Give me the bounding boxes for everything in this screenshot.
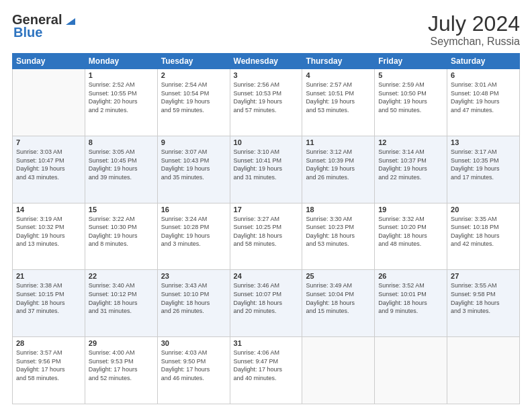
day-number: 24 [234, 272, 299, 280]
day-number: 26 [378, 272, 443, 280]
calendar-header-row: Sunday Monday Tuesday Wednesday Thursday… [13, 54, 520, 69]
calendar-cell: 26Sunrise: 3:52 AM Sunset: 10:01 PM Dayl… [375, 270, 447, 337]
day-number: 18 [306, 205, 371, 214]
day-info: Sunrise: 4:06 AM Sunset: 9:47 PM Dayligh… [234, 349, 299, 382]
header-saturday: Saturday [447, 54, 520, 69]
day-info: Sunrise: 3:05 AM Sunset: 10:45 PM Daylig… [89, 148, 154, 181]
calendar-cell: 24Sunrise: 3:46 AM Sunset: 10:07 PM Dayl… [230, 270, 302, 337]
header-wednesday: Wednesday [230, 54, 302, 69]
header: General Blue July 2024 Seymchan, Russia [12, 12, 520, 48]
calendar-cell: 30Sunrise: 4:03 AM Sunset: 9:50 PM Dayli… [157, 337, 230, 404]
calendar-cell: 31Sunrise: 4:06 AM Sunset: 9:47 PM Dayli… [230, 337, 302, 404]
day-info: Sunrise: 3:46 AM Sunset: 10:07 PM Daylig… [234, 281, 299, 315]
day-info: Sunrise: 3:30 AM Sunset: 10:23 PM Daylig… [306, 215, 371, 248]
day-number: 5 [378, 71, 443, 79]
calendar-cell: 12Sunrise: 3:14 AM Sunset: 10:37 PM Dayl… [375, 136, 447, 203]
calendar-cell [375, 337, 447, 404]
header-sunday: Sunday [13, 54, 85, 69]
day-number: 25 [306, 272, 371, 280]
day-info: Sunrise: 4:00 AM Sunset: 9:53 PM Dayligh… [89, 349, 154, 382]
logo-icon [63, 13, 78, 28]
calendar-cell: 5Sunrise: 2:59 AM Sunset: 10:50 PM Dayli… [375, 69, 447, 136]
day-info: Sunrise: 3:55 AM Sunset: 9:58 PM Dayligh… [451, 281, 516, 315]
day-number: 13 [451, 138, 516, 146]
calendar-week-row: 1Sunrise: 2:52 AM Sunset: 10:55 PM Dayli… [13, 69, 520, 136]
calendar-cell: 25Sunrise: 3:49 AM Sunset: 10:04 PM Dayl… [302, 270, 375, 337]
day-number: 11 [306, 138, 371, 146]
day-number: 9 [161, 138, 226, 146]
day-number: 29 [89, 339, 154, 347]
calendar-subtitle: Seymchan, Russia [428, 36, 520, 48]
day-info: Sunrise: 3:19 AM Sunset: 10:32 PM Daylig… [16, 215, 81, 248]
calendar-cell: 4Sunrise: 2:57 AM Sunset: 10:51 PM Dayli… [302, 69, 375, 136]
day-info: Sunrise: 3:40 AM Sunset: 10:12 PM Daylig… [89, 281, 154, 315]
page: General Blue July 2024 Seymchan, Russia … [0, 0, 532, 411]
calendar-cell: 1Sunrise: 2:52 AM Sunset: 10:55 PM Dayli… [85, 69, 157, 136]
day-number: 12 [378, 138, 443, 146]
svg-marker-0 [66, 18, 75, 25]
day-number: 3 [234, 71, 299, 79]
calendar-cell: 19Sunrise: 3:32 AM Sunset: 10:20 PM Dayl… [375, 203, 447, 270]
header-friday: Friday [375, 54, 447, 69]
day-info: Sunrise: 3:12 AM Sunset: 10:39 PM Daylig… [306, 148, 371, 181]
header-tuesday: Tuesday [157, 54, 230, 69]
day-info: Sunrise: 3:38 AM Sunset: 10:15 PM Daylig… [16, 281, 81, 315]
day-info: Sunrise: 2:57 AM Sunset: 10:51 PM Daylig… [306, 81, 371, 114]
day-info: Sunrise: 3:35 AM Sunset: 10:18 PM Daylig… [451, 215, 516, 248]
calendar-cell: 22Sunrise: 3:40 AM Sunset: 10:12 PM Dayl… [85, 270, 157, 337]
calendar-cell: 6Sunrise: 3:01 AM Sunset: 10:48 PM Dayli… [447, 69, 520, 136]
day-info: Sunrise: 2:54 AM Sunset: 10:54 PM Daylig… [161, 81, 226, 114]
day-info: Sunrise: 4:03 AM Sunset: 9:50 PM Dayligh… [161, 349, 226, 382]
calendar-cell [447, 337, 520, 404]
calendar-cell: 13Sunrise: 3:17 AM Sunset: 10:35 PM Dayl… [447, 136, 520, 203]
calendar-week-row: 14Sunrise: 3:19 AM Sunset: 10:32 PM Dayl… [13, 203, 520, 270]
calendar-cell: 3Sunrise: 2:56 AM Sunset: 10:53 PM Dayli… [230, 69, 302, 136]
calendar-cell: 21Sunrise: 3:38 AM Sunset: 10:15 PM Dayl… [13, 270, 85, 337]
calendar-cell: 7Sunrise: 3:03 AM Sunset: 10:47 PM Dayli… [13, 136, 85, 203]
day-info: Sunrise: 3:07 AM Sunset: 10:43 PM Daylig… [161, 148, 226, 181]
day-number: 2 [161, 71, 226, 79]
day-number: 20 [451, 205, 516, 214]
day-info: Sunrise: 3:49 AM Sunset: 10:04 PM Daylig… [306, 281, 371, 315]
calendar-week-row: 21Sunrise: 3:38 AM Sunset: 10:15 PM Dayl… [13, 270, 520, 337]
day-number: 4 [306, 71, 371, 79]
day-number: 6 [451, 71, 516, 79]
logo: General Blue [12, 12, 78, 40]
day-info: Sunrise: 3:03 AM Sunset: 10:47 PM Daylig… [16, 148, 81, 181]
title-section: July 2024 Seymchan, Russia [428, 12, 520, 48]
day-number: 23 [161, 272, 226, 280]
day-info: Sunrise: 3:32 AM Sunset: 10:20 PM Daylig… [378, 215, 443, 248]
day-info: Sunrise: 3:17 AM Sunset: 10:35 PM Daylig… [451, 148, 516, 181]
day-number: 1 [89, 71, 154, 79]
day-info: Sunrise: 3:14 AM Sunset: 10:37 PM Daylig… [378, 148, 443, 181]
day-info: Sunrise: 3:43 AM Sunset: 10:10 PM Daylig… [161, 281, 226, 315]
calendar-cell: 17Sunrise: 3:27 AM Sunset: 10:25 PM Dayl… [230, 203, 302, 270]
calendar-title: July 2024 [428, 12, 520, 36]
day-info: Sunrise: 3:52 AM Sunset: 10:01 PM Daylig… [378, 281, 443, 315]
day-number: 16 [161, 205, 226, 214]
day-number: 19 [378, 205, 443, 214]
day-number: 22 [89, 272, 154, 280]
calendar-table: Sunday Monday Tuesday Wednesday Thursday… [12, 53, 520, 404]
day-info: Sunrise: 3:10 AM Sunset: 10:41 PM Daylig… [234, 148, 299, 181]
day-number: 27 [451, 272, 516, 280]
day-info: Sunrise: 2:56 AM Sunset: 10:53 PM Daylig… [234, 81, 299, 114]
day-info: Sunrise: 3:27 AM Sunset: 10:25 PM Daylig… [234, 215, 299, 248]
day-info: Sunrise: 2:52 AM Sunset: 10:55 PM Daylig… [89, 81, 154, 114]
calendar-cell [13, 69, 85, 136]
calendar-cell: 9Sunrise: 3:07 AM Sunset: 10:43 PM Dayli… [157, 136, 230, 203]
day-number: 30 [161, 339, 226, 347]
day-number: 14 [16, 205, 81, 214]
header-thursday: Thursday [302, 54, 375, 69]
day-number: 17 [234, 205, 299, 214]
day-info: Sunrise: 3:24 AM Sunset: 10:28 PM Daylig… [161, 215, 226, 248]
day-number: 21 [16, 272, 81, 280]
day-number: 7 [16, 138, 81, 146]
day-number: 31 [234, 339, 299, 347]
day-info: Sunrise: 3:57 AM Sunset: 9:56 PM Dayligh… [16, 349, 81, 382]
calendar-cell: 14Sunrise: 3:19 AM Sunset: 10:32 PM Dayl… [13, 203, 85, 270]
calendar-cell: 15Sunrise: 3:22 AM Sunset: 10:30 PM Dayl… [85, 203, 157, 270]
day-info: Sunrise: 3:22 AM Sunset: 10:30 PM Daylig… [89, 215, 154, 248]
calendar-cell: 23Sunrise: 3:43 AM Sunset: 10:10 PM Dayl… [157, 270, 230, 337]
calendar-cell: 8Sunrise: 3:05 AM Sunset: 10:45 PM Dayli… [85, 136, 157, 203]
